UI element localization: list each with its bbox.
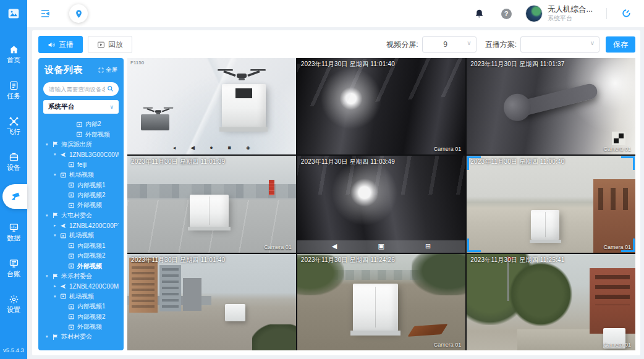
- record-icon[interactable]: ●: [210, 145, 213, 151]
- tree-node-label: 大屯村委会: [61, 211, 92, 220]
- caret-right-icon[interactable]: ▸: [54, 223, 60, 228]
- tree-node-内部视频1[interactable]: 内部视频1: [43, 241, 119, 251]
- tree-node-label: 1ZNBL3G00C00WR: [69, 151, 119, 158]
- notifications-button[interactable]: [470, 4, 488, 23]
- video-cell-4[interactable]: 2023年11月30日 星期四 11:01:39Camera 01: [127, 156, 296, 252]
- user-avatar[interactable]: [525, 5, 543, 22]
- camera-label: Camera 01: [434, 146, 462, 152]
- stop-icon[interactable]: ■: [228, 145, 231, 151]
- live-stream-icon: [48, 41, 56, 49]
- sidebar: 首页任务飞行设备数据台账设置 v5.5.4.3: [0, 0, 27, 359]
- tree-node-内部视频1[interactable]: 内部视频1: [43, 180, 119, 190]
- caret-down-icon[interactable]: ▾: [54, 233, 60, 238]
- tree-node-大屯村委会[interactable]: ▾大屯村委会: [43, 211, 119, 221]
- logout-button[interactable]: [617, 4, 635, 23]
- video-grid: F1150◂◀●■◈2023年11月30日 星期四 11:01:40Camera…: [127, 58, 635, 350]
- fullscreen-button[interactable]: 全屏: [98, 66, 117, 74]
- split-select[interactable]: 9 ∨: [422, 36, 477, 53]
- caret-down-icon[interactable]: ▾: [46, 334, 52, 339]
- caret-down-icon[interactable]: ▾: [46, 274, 52, 279]
- device-list-title: 设备列表: [44, 64, 83, 76]
- app-logo[interactable]: [0, 0, 27, 27]
- tree-node-label: 外部视频: [85, 130, 110, 139]
- tree-node-1ZNBL4200C00P7[interactable]: ▸1ZNBL4200C00P7: [43, 221, 119, 230]
- caret-down-icon[interactable]: ▾: [54, 172, 60, 177]
- cell-timestamp: 2023年11月30日 星期四 11:01:40: [301, 60, 395, 69]
- tree-node-苏村村委会[interactable]: ▾苏村村委会: [43, 332, 119, 342]
- sidebar-item-flight[interactable]: 飞行: [0, 108, 27, 143]
- video-cell-1[interactable]: F1150◂◀●■◈: [127, 58, 296, 154]
- fullscreen-icon[interactable]: ⊞: [425, 243, 431, 250]
- video-cell-3[interactable]: 2023年11月30日 星期四 11:01:37Camera 01: [467, 58, 635, 154]
- play-icon[interactable]: ◀: [190, 145, 195, 151]
- tab-live[interactable]: 直播: [38, 36, 83, 53]
- site-icon: [52, 334, 59, 340]
- collapse-sidebar-button[interactable]: [36, 4, 54, 23]
- cctv-icon: [11, 191, 22, 203]
- sidebar-item-ledger[interactable]: 台账: [0, 250, 27, 285]
- sidebar-item-home[interactable]: 首页: [0, 36, 27, 72]
- video-cell-6[interactable]: 2023年11月30日 星期四 11:00:40Camera 01: [467, 156, 635, 252]
- caret-down-icon[interactable]: ▾: [46, 213, 52, 218]
- scene-tr1-shape: [467, 254, 532, 326]
- video-icon: [68, 192, 75, 198]
- sidebar-item-settings[interactable]: 设置: [0, 285, 27, 321]
- prev-icon[interactable]: ◂: [173, 145, 176, 151]
- caret-down-icon[interactable]: ▾: [46, 142, 52, 147]
- sidebar-item-label: 任务: [7, 93, 20, 99]
- scene-smbox-shape: [225, 304, 245, 321]
- caret-down-icon[interactable]: ▾: [54, 294, 60, 299]
- ledger-icon: [9, 258, 19, 269]
- video-cell-2[interactable]: 2023年11月30日 星期四 11:01:40Camera 01: [297, 58, 466, 154]
- camera-label: Camera 01: [603, 146, 631, 152]
- scene-bldg-shape: [593, 179, 635, 253]
- tree-node-label: 内部视频1: [77, 302, 106, 311]
- audio-icon[interactable]: ◈: [246, 145, 250, 151]
- tree-node-外部视频[interactable]: 外部视频: [43, 261, 119, 271]
- sidebar-item-tasks[interactable]: 任务: [0, 72, 27, 108]
- sidebar-item-label: 首页: [7, 57, 20, 64]
- platform-select[interactable]: 系统平台 ∨: [43, 100, 119, 114]
- tree-node-1ZNBL4200C00M7[interactable]: ▸1ZNBL4200C00M7: [43, 281, 119, 291]
- tree-node-海滨派出所[interactable]: ▾海滨派出所: [43, 140, 119, 150]
- scene-drone2-shape: [143, 106, 174, 116]
- tree-node-内部2[interactable]: 内部2: [43, 119, 119, 129]
- caret-down-icon[interactable]: ▾: [54, 152, 60, 157]
- scene-marker-shape: [612, 132, 625, 145]
- scene-drone-shape: [217, 67, 266, 83]
- map-pin-button[interactable]: [69, 4, 88, 23]
- tree-node-内部视频2[interactable]: 内部视频2: [43, 251, 119, 261]
- toolbar: 直播 回放 视频分屏: 9 ∨ 直播方案: ∨: [38, 36, 635, 53]
- cell-timestamp: 2023年11月30日 星期四 11:01:39: [131, 158, 225, 166]
- tree-node-外部视频[interactable]: 外部视频: [43, 322, 119, 332]
- sidebar-item-data[interactable]: 数据: [0, 214, 27, 250]
- tab-playback[interactable]: 回放: [88, 36, 132, 53]
- tree-node-内部视频1[interactable]: 内部视频1: [43, 302, 119, 311]
- video-cell-5[interactable]: 2023年11月30日 星期四 11:03:49◀▣⊞: [297, 156, 466, 252]
- tree-node-内部视频2[interactable]: 内部视频2: [43, 311, 119, 321]
- sidebar-item-device[interactable]: 设备: [0, 143, 27, 179]
- tree-node-米乐村委会[interactable]: ▾米乐村委会: [43, 271, 119, 281]
- help-button[interactable]: ?: [497, 4, 515, 23]
- tree-node-feiji[interactable]: feiji: [43, 160, 119, 170]
- video-cell-7[interactable]: 2023年11月30日 星期四 11:01:40: [127, 254, 296, 350]
- tree-node-外部视频[interactable]: 外部视频: [43, 200, 119, 210]
- site-icon: [52, 273, 59, 280]
- video-cell-9[interactable]: 2023年11月30日 星期四 11:25:41Camera 01: [467, 254, 635, 350]
- save-button[interactable]: 保存: [606, 36, 635, 53]
- fullscreen-icon: [98, 67, 104, 73]
- tree-node-1ZNBL3G00C00WR[interactable]: ▾1ZNBL3G00C00WR: [43, 150, 119, 159]
- snapshot-icon[interactable]: ▣: [378, 243, 384, 250]
- play-icon[interactable]: ◀: [332, 243, 337, 250]
- plan-select[interactable]: ∨: [520, 36, 600, 53]
- caret-right-icon[interactable]: ▸: [54, 284, 60, 289]
- camera-label: Camera 01: [434, 342, 462, 348]
- tree-node-机场视频[interactable]: ▾机场视频: [43, 170, 119, 180]
- video-cell-8[interactable]: 2023年11月30日 星期四 11:24:26Camera 01: [297, 254, 466, 350]
- user-info[interactable]: 无人机综合... 系统平台: [548, 5, 593, 22]
- tree-node-机场视频[interactable]: ▾机场视频: [43, 230, 119, 240]
- tree-node-机场视频[interactable]: ▾机场视频: [43, 292, 119, 302]
- tree-node-外部视频[interactable]: 外部视频: [43, 129, 119, 139]
- sidebar-item-monitor[interactable]: [0, 179, 27, 214]
- tree-node-内部视频2[interactable]: 内部视频2: [43, 190, 119, 200]
